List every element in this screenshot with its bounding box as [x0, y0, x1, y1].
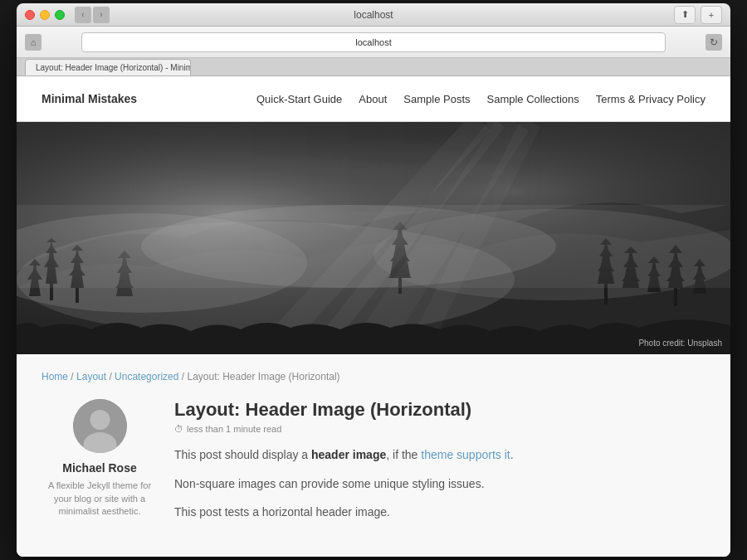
article-meta: ⏱ less than 1 minute read [174, 424, 706, 434]
nav-link-sample-collections[interactable]: Sample Collections [487, 93, 579, 105]
avatar [73, 399, 127, 453]
window-title: localhost [354, 9, 393, 21]
site-brand[interactable]: Minimal Mistakes [42, 92, 137, 105]
breadcrumb-home[interactable]: Home [42, 371, 68, 382]
window-buttons [25, 10, 65, 20]
minimize-button[interactable] [40, 10, 50, 20]
breadcrumb: Home / Layout / Uncategorized / Layout: … [42, 371, 706, 382]
article-paragraph-1: This post should display a header image,… [174, 446, 706, 464]
article: Layout: Header Image (Horizontal) ⏱ less… [174, 399, 706, 531]
add-tab-button[interactable]: + [701, 6, 722, 24]
author-name: Michael Rose [62, 461, 136, 475]
nav-link-sample-posts[interactable]: Sample Posts [403, 93, 470, 105]
maximize-button[interactable] [55, 10, 65, 20]
content-area: Michael Rose A flexible Jekyll theme for… [42, 399, 706, 531]
sidebar: Michael Rose A flexible Jekyll theme for… [42, 399, 158, 531]
article-paragraph-2: Non-square images can provide some uniqu… [174, 475, 706, 493]
forward-button[interactable]: › [93, 7, 110, 23]
article-read-time: less than 1 minute read [187, 424, 281, 434]
nav-link-about[interactable]: About [359, 93, 387, 105]
back-button[interactable]: ‹ [75, 7, 91, 23]
clock-icon: ⏱ [174, 424, 183, 434]
article-title: Layout: Header Image (Horizontal) [174, 399, 706, 421]
nav-links: Quick-Start Guide About Sample Posts Sam… [256, 93, 706, 105]
titlebar: ‹ › localhost ⬆ + [17, 3, 730, 27]
svg-point-56 [90, 410, 110, 430]
hero-image: Photo credit: Unsplash [17, 122, 730, 354]
reload-button[interactable]: ↻ [706, 34, 722, 51]
photo-credit: Photo credit: Unsplash [638, 338, 722, 348]
author-bio: A flexible Jekyll theme for your blog or… [42, 480, 158, 518]
active-tab[interactable]: Layout: Header Image (Horizontal) - Mini… [25, 59, 191, 75]
article-body: This post should display a header image,… [174, 446, 706, 521]
nav-link-quickstart[interactable]: Quick-Start Guide [256, 93, 342, 105]
nav-buttons: ‹ › [75, 7, 110, 23]
main-content: Home / Layout / Uncategorized / Layout: … [17, 354, 730, 556]
tab-bar: Layout: Header Image (Horizontal) - Mini… [17, 58, 730, 76]
nav-link-terms[interactable]: Terms & Privacy Policy [596, 93, 706, 105]
browser-content: Minimal Mistakes Quick-Start Guide About… [17, 76, 730, 556]
hero-svg [17, 122, 730, 354]
close-button[interactable] [25, 10, 35, 20]
breadcrumb-current: Layout: Header Image (Horizontal) [187, 371, 339, 382]
address-bar[interactable]: localhost [81, 32, 666, 52]
home-button[interactable]: ⌂ [25, 34, 42, 51]
breadcrumb-layout[interactable]: Layout [76, 371, 106, 382]
theme-link[interactable]: theme supports it [421, 448, 510, 461]
share-button[interactable]: ⬆ [674, 6, 696, 24]
browser-window: ‹ › localhost ⬆ + ⌂ localhost ↻ Layout: … [17, 3, 730, 556]
toolbar: ⌂ localhost ↻ [17, 27, 730, 58]
article-paragraph-3: This post tests a horizontal header imag… [174, 503, 706, 521]
site-nav: Minimal Mistakes Quick-Start Guide About… [17, 76, 730, 122]
breadcrumb-uncategorized[interactable]: Uncategorized [115, 371, 178, 382]
